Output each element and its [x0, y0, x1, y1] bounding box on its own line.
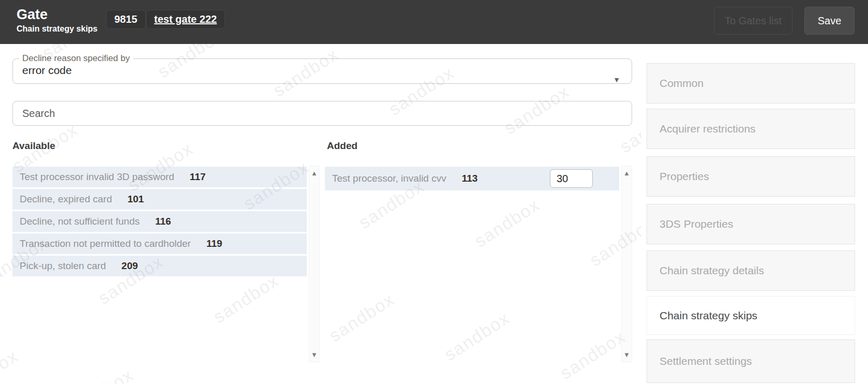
- decline-reason-code: 209: [122, 260, 138, 272]
- watermark-text: sandbox: [557, 327, 630, 383]
- sidebar-item-label: Acquirer restrictions: [647, 123, 756, 135]
- decline-reason-label: Decline reason specified by: [19, 53, 133, 64]
- sidebar-item-settlement-settings[interactable]: Settlement settings: [647, 339, 855, 383]
- added-heading: Added: [327, 140, 357, 152]
- available-list: Test processor invalid 3D password 117 D…: [12, 167, 307, 278]
- added-list: Test processor, invalid cvv 113: [325, 167, 619, 192]
- sidebar-item-common[interactable]: Common: [647, 63, 855, 104]
- watermark-text: sandbox: [441, 308, 514, 365]
- skip-count-input[interactable]: [550, 169, 593, 188]
- chevron-down-icon: ▼: [613, 76, 620, 83]
- watermark-text: sandbox: [0, 346, 22, 384]
- sidebar-item-label: Settlement settings: [647, 355, 752, 367]
- page-subtitle: Chain strategy skips: [17, 24, 98, 34]
- app-header: Gate Chain strategy skips 9815 test gate…: [0, 0, 868, 44]
- decline-reason-name: Decline, expired card: [20, 194, 112, 205]
- watermark-text: sandbox: [471, 195, 544, 252]
- scroll-down-icon[interactable]: ▼: [309, 351, 319, 358]
- decline-reason-select[interactable]: Decline reason specified by error code ▼: [12, 53, 632, 84]
- decline-reason-code: 119: [206, 238, 222, 249]
- scroll-up-icon[interactable]: ▲: [309, 170, 319, 176]
- sidebar-item-label: Properties: [647, 170, 709, 183]
- available-row[interactable]: Pick-up, stolen card 209: [12, 256, 307, 276]
- sidebar-item-label: 3DS Properties: [647, 218, 733, 230]
- gate-id-badge: 9815: [106, 10, 146, 29]
- watermark-text: sandbox: [209, 270, 282, 327]
- decline-reason-code: 113: [462, 173, 478, 184]
- available-row[interactable]: Decline, not sufficient funds 116: [12, 211, 307, 232]
- page-title-block: Gate Chain strategy skips: [17, 7, 98, 34]
- sidebar-item-properties[interactable]: Properties: [647, 156, 855, 197]
- decline-reason-name: Test processor, invalid cvv: [332, 173, 446, 184]
- available-row[interactable]: Transaction not permitted to cardholder …: [12, 233, 307, 254]
- watermark-text: sandbox: [586, 213, 641, 270]
- sidebar-item-acquirer-restrictions[interactable]: Acquirer restrictions: [647, 109, 855, 149]
- page-title: Gate: [17, 7, 98, 22]
- sidebar-item-3ds-properties[interactable]: 3DS Properties: [647, 204, 855, 244]
- sidebar-item-chain-strategy-details[interactable]: Chain strategy details: [647, 250, 855, 291]
- search-input[interactable]: [12, 101, 632, 126]
- decline-reason-name: Pick-up, stolen card: [20, 260, 106, 272]
- available-heading: Available: [12, 140, 55, 152]
- available-row[interactable]: Test processor invalid 3D password 117: [12, 167, 307, 187]
- decline-reason-value: error code: [13, 64, 632, 77]
- sidebar-item-label: Common: [647, 77, 704, 90]
- sidebar-item-label: Chain strategy details: [647, 264, 764, 277]
- decline-reason-code: 116: [155, 216, 171, 227]
- decline-reason-name: Decline, not sufficient funds: [20, 216, 140, 227]
- decline-reason-code: 117: [190, 171, 206, 183]
- save-button[interactable]: Save: [804, 7, 855, 35]
- decline-reason-name: Test processor invalid 3D password: [20, 171, 174, 183]
- available-scrollbar[interactable]: ▲ ▼: [309, 166, 320, 362]
- sidebar-item-label: Chain strategy skips: [647, 309, 757, 322]
- scroll-down-icon[interactable]: ▼: [622, 351, 632, 358]
- decline-reason-name: Transaction not permitted to cardholder: [20, 238, 191, 249]
- scroll-up-icon[interactable]: ▲: [622, 170, 632, 176]
- gate-name-link[interactable]: test gate 222: [146, 10, 225, 29]
- available-row[interactable]: Decline, expired card 101: [12, 189, 307, 210]
- decline-reason-code: 101: [127, 194, 144, 205]
- to-gates-list-button[interactable]: To Gates list: [714, 7, 792, 35]
- added-scrollbar[interactable]: ▲ ▼: [621, 166, 632, 362]
- watermark-text: sandbox: [325, 289, 398, 346]
- added-row[interactable]: Test processor, invalid cvv 113: [325, 167, 619, 190]
- watermark-text: sandbox: [64, 365, 137, 384]
- sidebar-item-chain-strategy-skips[interactable]: Chain strategy skips: [647, 296, 855, 335]
